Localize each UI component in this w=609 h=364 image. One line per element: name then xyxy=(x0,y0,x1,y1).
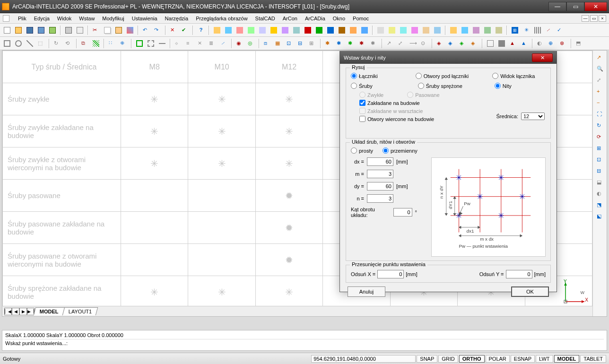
dx-input[interactable] xyxy=(367,157,393,166)
save-icon[interactable] xyxy=(25,25,35,35)
tool-icon[interactable] xyxy=(482,25,493,35)
tool-icon[interactable]: ⊞ xyxy=(510,25,520,35)
toggle-polar[interactable]: POLAR xyxy=(486,355,510,363)
radio-nity[interactable]: Nity xyxy=(495,83,512,89)
redraw-icon[interactable]: ✔ xyxy=(180,25,190,35)
menu-okno[interactable]: Okno xyxy=(329,15,349,22)
export-icon[interactable] xyxy=(47,25,58,35)
tool-icon[interactable] xyxy=(291,25,302,35)
tool-icon[interactable]: ⁜ xyxy=(118,38,129,49)
tool-icon[interactable] xyxy=(13,38,24,49)
tool-icon[interactable] xyxy=(269,25,279,35)
tool-icon[interactable]: ⬓ xyxy=(595,177,605,188)
odsun-y-input[interactable] xyxy=(506,270,532,278)
redo-icon[interactable]: ↷ xyxy=(152,25,163,35)
tool-icon[interactable]: + xyxy=(595,87,605,97)
tool-icon[interactable] xyxy=(157,38,167,49)
sheet-tab-layout1[interactable]: LAYOUT1 xyxy=(62,307,98,315)
menu-stalcad[interactable]: StalCAD xyxy=(252,15,279,22)
tool-icon[interactable]: ✱ xyxy=(357,38,368,49)
tool-icon[interactable]: ⊗ xyxy=(558,38,568,49)
maximize-button[interactable]: ▭ xyxy=(566,2,584,11)
tool-icon[interactable]: ⊙ xyxy=(419,38,429,49)
tool-icon[interactable]: ⊞ xyxy=(307,38,318,49)
tool-icon[interactable]: ⟋ xyxy=(544,25,554,35)
anuluj-button[interactable]: Anuluj xyxy=(348,286,385,297)
tool-icon[interactable] xyxy=(409,25,420,35)
tool-icon[interactable]: ▲ xyxy=(508,38,518,49)
tool-icon[interactable] xyxy=(532,25,543,35)
menu-wstaw[interactable]: Wstaw xyxy=(75,15,98,22)
cut-icon[interactable]: ✂ xyxy=(91,25,101,35)
tool-icon[interactable]: ⛶ xyxy=(595,109,605,120)
tool-icon[interactable]: ⟳ xyxy=(595,132,605,142)
tool-icon[interactable]: ⬔ xyxy=(595,200,605,210)
dy-input[interactable] xyxy=(367,182,393,191)
menu-modyfikuj[interactable]: Modyfikuj xyxy=(98,15,128,22)
kat-input[interactable] xyxy=(393,208,412,217)
delete-icon[interactable]: ✕ xyxy=(168,25,179,35)
tool-icon[interactable] xyxy=(223,25,234,35)
tool-icon[interactable] xyxy=(25,38,35,49)
radio-sruby[interactable]: Śruby xyxy=(351,83,373,89)
tool-icon[interactable]: ⊕ xyxy=(547,38,557,49)
tool-icon[interactable] xyxy=(421,25,431,35)
tool-icon[interactable]: ✱ xyxy=(335,38,345,49)
tool-icon[interactable] xyxy=(485,38,496,49)
tool-icon[interactable]: ⬚ xyxy=(36,38,46,49)
tool-icon[interactable] xyxy=(432,25,443,35)
radio-przemienny[interactable]: przemienny xyxy=(383,147,418,154)
undo-icon[interactable]: ↶ xyxy=(141,25,151,35)
tool-icon[interactable] xyxy=(337,25,347,35)
tool-icon[interactable] xyxy=(212,25,222,35)
radio-prosty[interactable]: prosty xyxy=(351,147,373,154)
tool-icon[interactable] xyxy=(359,25,370,35)
preview-icon[interactable] xyxy=(75,25,85,35)
tool-icon[interactable]: ✱ xyxy=(323,38,334,49)
tab-next-button[interactable]: ▶ xyxy=(19,308,27,315)
tab-prev-button[interactable]: ◀ xyxy=(12,308,19,315)
ok-button[interactable]: OK xyxy=(511,286,549,297)
tool-icon[interactable]: 🔍 xyxy=(595,64,605,74)
check-zakladane-budowa[interactable]: Zakładane na budowie xyxy=(359,100,420,106)
menu-przegladarka[interactable]: Przeglądarka obrazów xyxy=(192,15,251,22)
tool-icon[interactable]: ⬕ xyxy=(595,211,605,222)
new-icon[interactable] xyxy=(2,25,12,35)
rotate-icon[interactable]: ↻ xyxy=(52,38,62,49)
array-icon[interactable]: ∷ xyxy=(107,38,117,49)
sheet-tab-model[interactable]: MODEL xyxy=(34,307,65,315)
print-icon[interactable] xyxy=(63,25,74,35)
tool-icon[interactable]: ▲ xyxy=(519,38,530,49)
tool-icon[interactable] xyxy=(460,25,470,35)
n-input[interactable] xyxy=(367,194,393,203)
menu-edycja[interactable]: Edycja xyxy=(30,15,53,22)
tool-icon[interactable] xyxy=(134,38,145,49)
menu-pomoc[interactable]: Pomoc xyxy=(349,15,373,22)
tool-icon[interactable]: ⧈ xyxy=(262,38,272,49)
help-icon[interactable]: ? xyxy=(196,25,206,35)
tool-icon[interactable]: ◎ xyxy=(246,38,256,49)
dialog-close-button[interactable]: ✕ xyxy=(532,53,553,62)
menu-arcon[interactable]: ArCon xyxy=(279,15,301,22)
tool-icon[interactable]: ⊟ xyxy=(595,166,605,176)
mdi-restore-button[interactable]: ▭ xyxy=(590,15,598,22)
mdi-minimize-button[interactable]: — xyxy=(582,15,589,22)
tool-icon[interactable]: ⤢ xyxy=(396,38,407,49)
tool-icon[interactable]: ▦ xyxy=(273,38,284,49)
tool-icon[interactable]: ◈ xyxy=(469,38,479,49)
toggle-esnap[interactable]: ESNAP xyxy=(511,355,535,363)
mirror-icon[interactable]: ⧉ xyxy=(79,38,90,49)
toggle-snap[interactable]: SNAP xyxy=(417,355,437,363)
tool-icon[interactable] xyxy=(448,25,459,35)
tool-icon[interactable]: ◐ xyxy=(595,189,605,199)
tool-icon[interactable]: ⨯ xyxy=(196,38,206,49)
tool-icon[interactable]: ≡ xyxy=(184,38,195,49)
tool-icon[interactable] xyxy=(246,25,256,35)
tool-icon[interactable] xyxy=(280,25,290,35)
tool-icon[interactable] xyxy=(235,25,245,35)
tool-icon[interactable]: ↗ xyxy=(385,38,395,49)
paste-icon[interactable] xyxy=(113,25,124,35)
tool-icon[interactable] xyxy=(2,38,12,49)
tool-icon[interactable]: ⊟ xyxy=(296,38,306,49)
tool-icon[interactable]: ✳ xyxy=(521,25,531,35)
